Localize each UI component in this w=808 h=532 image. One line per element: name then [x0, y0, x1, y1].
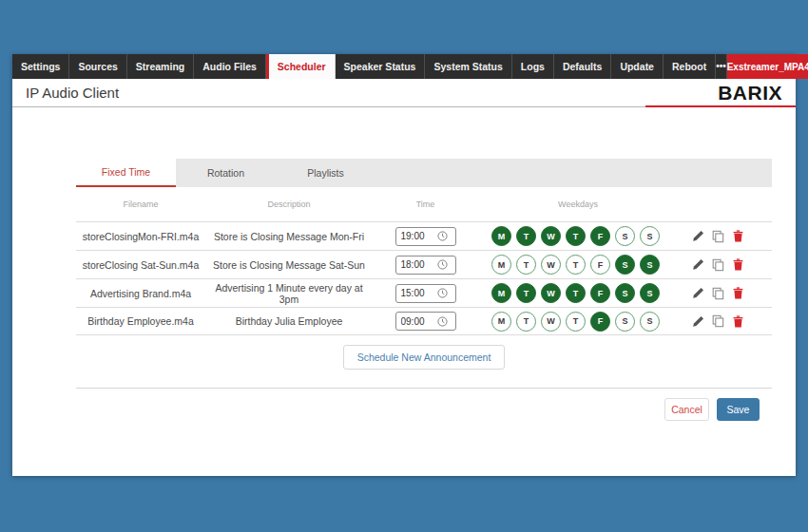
edit-icon[interactable]	[690, 286, 705, 301]
table-header-row: Filename Description Time Weekdays	[76, 187, 772, 221]
weekday-toggle-mon[interactable]: M	[491, 226, 511, 246]
row-description: Store is Closing Message Mon-Fri	[205, 231, 373, 242]
nav-tab-defaults[interactable]: Defaults	[554, 54, 611, 79]
nav-tab-sources[interactable]: Sources	[69, 54, 126, 79]
delete-icon[interactable]	[730, 257, 745, 273]
copy-icon[interactable]	[710, 229, 725, 244]
weekday-toggle-sat[interactable]: S	[615, 312, 635, 332]
weekday-toggle-wed[interactable]: W	[541, 283, 561, 303]
device-name: Exstreamer_MPA400	[727, 62, 808, 72]
nav-tab-reboot[interactable]: Reboot	[664, 54, 716, 79]
scheduler-subtabs: Fixed Time Rotation Playlists	[76, 159, 772, 187]
nav-tab-scheduler[interactable]: Scheduler	[266, 54, 336, 79]
schedule-row: Advertising Brand.m4a Advertising 1 Minu…	[76, 278, 772, 307]
row-filename: storeClosing Sat-Sun.m4a	[76, 259, 205, 271]
weekday-toggle-sun[interactable]: S	[640, 312, 660, 332]
weekday-toggle-sat[interactable]: S	[615, 226, 635, 246]
column-header-weekdays: Weekdays	[478, 200, 678, 209]
clock-icon[interactable]	[435, 314, 451, 329]
delete-icon[interactable]	[730, 229, 745, 244]
tab-playlists[interactable]: Playlists	[276, 159, 375, 187]
weekday-toggle-wed[interactable]: W	[541, 255, 561, 275]
weekday-toggle-thu[interactable]: T	[566, 312, 586, 332]
weekday-toggle-sat[interactable]: S	[615, 255, 635, 275]
weekday-toggle-sun[interactable]: S	[640, 255, 660, 275]
app-window: Settings Sources Streaming Audio Files S…	[12, 54, 796, 476]
copy-icon[interactable]	[710, 257, 725, 273]
scheduler-content: Fixed Time Rotation Playlists Filename D…	[12, 107, 796, 476]
weekday-toggle-mon[interactable]: M	[491, 312, 511, 332]
nav-tab-system-status[interactable]: System Status	[425, 54, 511, 79]
barix-logo: BARIX	[718, 82, 782, 104]
edit-icon[interactable]	[690, 257, 705, 273]
column-header-time: Time	[373, 200, 478, 209]
nav-tab-settings[interactable]: Settings	[12, 54, 69, 79]
weekday-toggle-fri[interactable]: F	[590, 226, 610, 246]
row-filename: Advertising Brand.m4a	[76, 288, 205, 299]
weekday-toggle-thu[interactable]: T	[566, 255, 586, 275]
weekday-toggle-fri[interactable]: F	[590, 283, 610, 303]
column-header-description: Description	[205, 200, 373, 209]
time-input[interactable]	[401, 231, 435, 241]
weekday-toggle-wed[interactable]: W	[541, 226, 561, 246]
time-field[interactable]	[395, 312, 456, 331]
weekday-toggle-wed[interactable]: W	[541, 312, 561, 332]
weekday-selector: M T W T F S S	[478, 255, 678, 275]
weekday-toggle-fri[interactable]: F	[590, 255, 610, 275]
time-field[interactable]	[395, 284, 456, 303]
edit-icon[interactable]	[690, 314, 705, 329]
tab-rotation[interactable]: Rotation	[176, 159, 276, 187]
nav-tab-logs[interactable]: Logs	[512, 54, 554, 79]
time-field[interactable]	[395, 227, 456, 246]
delete-icon[interactable]	[730, 314, 745, 329]
cancel-button[interactable]: Cancel	[664, 398, 709, 421]
top-navbar: Settings Sources Streaming Audio Files S…	[12, 54, 796, 79]
row-filename: storeClosingMon-FRI.m4a	[76, 231, 205, 242]
weekday-toggle-sat[interactable]: S	[615, 283, 635, 303]
weekday-toggle-sun[interactable]: S	[640, 226, 660, 246]
save-button[interactable]: Save	[717, 398, 760, 421]
schedule-row: storeClosing Sat-Sun.m4a Store is Closin…	[76, 250, 772, 278]
row-filename: Birthday Employee.m4a	[76, 315, 205, 327]
column-header-filename: Filename	[76, 200, 205, 209]
row-description: Birthday Julia Employee	[205, 315, 373, 327]
weekday-toggle-tue[interactable]: T	[516, 312, 536, 332]
delete-icon[interactable]	[730, 286, 745, 301]
clock-icon[interactable]	[435, 229, 451, 244]
clock-icon[interactable]	[435, 286, 451, 301]
weekday-selector: M T W T F S S	[478, 283, 678, 303]
weekday-toggle-thu[interactable]: T	[566, 283, 586, 303]
time-field[interactable]	[395, 256, 456, 275]
nav-tab-streaming[interactable]: Streaming	[127, 54, 194, 79]
time-input[interactable]	[401, 259, 435, 270]
time-input[interactable]	[401, 316, 435, 327]
nav-tab-audio-files[interactable]: Audio Files	[194, 54, 266, 79]
weekday-toggle-mon[interactable]: M	[491, 283, 511, 303]
weekday-selector: M T W T F S S	[478, 312, 678, 332]
copy-icon[interactable]	[710, 286, 725, 301]
device-status-badge: Exstreamer_MPA400 FW 2.9.0	[727, 54, 808, 79]
weekday-selector: M T W T F S S	[478, 226, 678, 246]
tab-fixed-time[interactable]: Fixed Time	[76, 159, 176, 187]
nav-tab-speaker-status[interactable]: Speaker Status	[336, 54, 426, 79]
row-description: Advertising 1 Minute every day at 3pm	[205, 282, 373, 305]
weekday-toggle-tue[interactable]: T	[516, 226, 536, 246]
schedule-row: Birthday Employee.m4a Birthday Julia Emp…	[76, 307, 772, 335]
footer-divider	[76, 388, 772, 389]
weekday-toggle-tue[interactable]: T	[516, 283, 536, 303]
schedule-row: storeClosingMon-FRI.m4a Store is Closing…	[76, 221, 772, 250]
page-header: IP Audio Client BARIX	[12, 79, 796, 107]
time-input[interactable]	[401, 288, 435, 298]
weekday-toggle-tue[interactable]: T	[516, 255, 536, 275]
copy-icon[interactable]	[710, 314, 725, 329]
nav-overflow-menu[interactable]: •••	[716, 54, 727, 79]
brand-accent-line	[645, 105, 796, 107]
clock-icon[interactable]	[435, 257, 451, 273]
schedule-new-announcement-button[interactable]: Schedule New Announcement	[343, 345, 506, 370]
weekday-toggle-sun[interactable]: S	[640, 283, 660, 303]
weekday-toggle-thu[interactable]: T	[566, 226, 586, 246]
weekday-toggle-fri[interactable]: F	[590, 312, 610, 332]
weekday-toggle-mon[interactable]: M	[491, 255, 511, 275]
nav-tab-update[interactable]: Update	[611, 54, 664, 79]
edit-icon[interactable]	[690, 229, 705, 244]
